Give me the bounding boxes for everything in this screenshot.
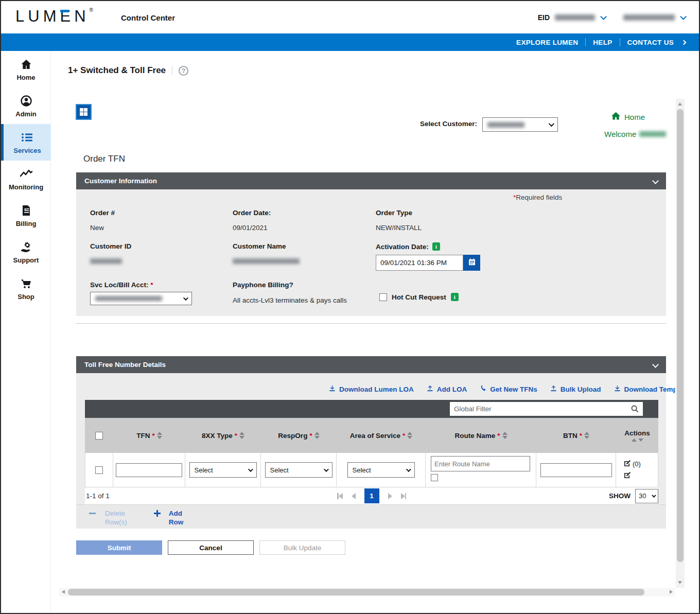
btn-input[interactable] [540,463,612,477]
home-icon [20,58,32,71]
vertical-scrollbar[interactable] [676,99,685,588]
horizontal-scroll-thumb[interactable] [68,589,644,595]
home-breadcrumb-link[interactable]: Home [611,112,645,122]
column-tfn[interactable]: TFN* [113,418,185,453]
sidebar: Home Admin Services Monitoring $ Billing… [1,51,51,614]
edit-icon [623,459,632,469]
chevron-down-icon [248,467,253,472]
app-grid-button[interactable] [76,104,92,120]
sort-icon[interactable] [239,432,244,439]
chevron-down-icon[interactable] [600,13,607,20]
chevron-down-icon [183,295,188,301]
tfn-input[interactable] [116,463,182,477]
page-title: 1+ Switched & Toll Free [68,65,166,76]
show-label: SHOW [609,492,631,500]
info-icon[interactable] [432,242,440,251]
sidebar-item-support[interactable]: Support [1,234,51,270]
help-icon[interactable] [179,66,188,76]
first-page-icon[interactable] [337,493,343,499]
chevron-down-icon [406,467,411,472]
prev-page-icon[interactable] [352,493,356,499]
sort-icon[interactable] [632,438,643,442]
collapse-chevron-icon[interactable] [652,361,659,368]
nav-help[interactable]: HELP [593,39,612,46]
sidebar-item-monitoring[interactable]: Monitoring [1,161,51,197]
order-date-label: Order Date: [233,209,271,217]
panel-footer [76,316,666,324]
column-actions[interactable]: Actions [616,418,658,453]
grid-icon [80,108,87,116]
sidebar-item-billing[interactable]: $ Billing [1,197,51,234]
sort-icon[interactable] [584,432,589,439]
column-btn[interactable]: BTN* [536,418,616,453]
pagination-bar: 1-1 of 1 1 SHOW 30 [85,487,658,504]
select-customer-dropdown[interactable] [482,117,558,132]
chevron-down-icon[interactable] [680,13,687,20]
sidebar-item-home[interactable]: Home [1,51,51,87]
add-row-button[interactable]: Add Row [169,509,184,527]
page-number-button[interactable]: 1 [364,488,379,503]
sort-icon[interactable] [407,432,412,439]
route-checkbox[interactable] [431,474,438,481]
calendar-icon [468,258,476,268]
search-icon[interactable] [631,405,639,415]
activation-date-input[interactable] [376,255,463,271]
last-page-icon[interactable] [401,493,407,499]
sort-icon[interactable] [502,432,507,439]
page-size-select[interactable]: 30 [635,489,658,503]
get-new-tfns-link[interactable]: Get New TFNs [479,384,537,394]
bulk-update-button[interactable]: Bulk Update [259,540,345,555]
sort-icon[interactable] [314,432,320,439]
customer-information-header[interactable]: Customer Information [76,172,666,189]
global-filter-input[interactable] [450,402,643,416]
scroll-up-icon[interactable] [678,102,682,106]
column-8xx-type[interactable]: 8XX Type* [185,418,261,453]
required-fields-note: *Required fields [513,194,562,201]
home-icon [611,112,621,122]
resporg-select[interactable]: Select [265,462,332,478]
app-header: LUMEN® Control Center EID [1,1,699,33]
sidebar-item-shop[interactable]: Shop [1,270,51,307]
hot-cut-checkbox[interactable] [379,293,387,301]
select-all-checkbox[interactable] [95,432,103,440]
nav-explore-lumen[interactable]: EXPLORE LUMEN [516,39,578,46]
8xx-type-select[interactable]: Select [189,462,257,478]
scroll-down-icon[interactable] [678,581,682,584]
add-loa-link[interactable]: Add LOA [426,384,467,394]
phone-icon [479,384,487,394]
info-icon[interactable] [451,293,459,301]
cancel-button[interactable]: Cancel [168,540,254,555]
sort-icon[interactable] [157,432,162,439]
calendar-button[interactable] [463,255,480,271]
column-area-of-service[interactable]: Area of Service* [337,418,426,453]
vertical-scroll-thumb[interactable] [677,109,684,562]
sidebar-item-admin[interactable]: Admin [1,87,51,124]
row-checkbox[interactable] [95,466,103,474]
table-filter-bar [85,400,658,418]
upload-icon [426,384,434,394]
column-route-name[interactable]: Route Name* [426,418,536,453]
collapse-chevron-icon[interactable] [652,178,659,184]
column-resporg[interactable]: RespOrg* [261,418,337,453]
horizontal-scrollbar[interactable] [59,588,675,597]
download-template-link[interactable]: Download Template [614,384,675,394]
hot-cut-label: Hot Cut Request [392,293,446,301]
nav-divider [620,38,620,46]
scroll-right-icon[interactable] [670,590,673,594]
sidebar-item-services[interactable]: Services [1,124,51,161]
app-title: Control Center [121,13,175,22]
table-row: Select Select Select [85,453,658,487]
download-lumen-loa-link[interactable]: Download Lumen LOA [328,384,414,394]
edit-row-action[interactable] [623,471,632,481]
scroll-left-icon[interactable] [62,590,65,594]
edit-notes-action[interactable]: (0) [623,459,641,469]
nav-contact-us[interactable]: CONTACT US [627,39,674,46]
area-of-service-select[interactable]: Select [347,462,415,478]
bulk-upload-link[interactable]: Bulk Upload [550,384,601,394]
next-page-icon[interactable] [388,493,392,499]
route-name-input[interactable] [431,456,530,471]
tfn-details-header[interactable]: Toll Free Number Details [76,356,666,373]
submit-button[interactable]: Submit [76,540,162,555]
svc-loc-dropdown[interactable] [90,292,192,305]
delete-rows-button[interactable]: Delete Row(s) [105,509,127,527]
